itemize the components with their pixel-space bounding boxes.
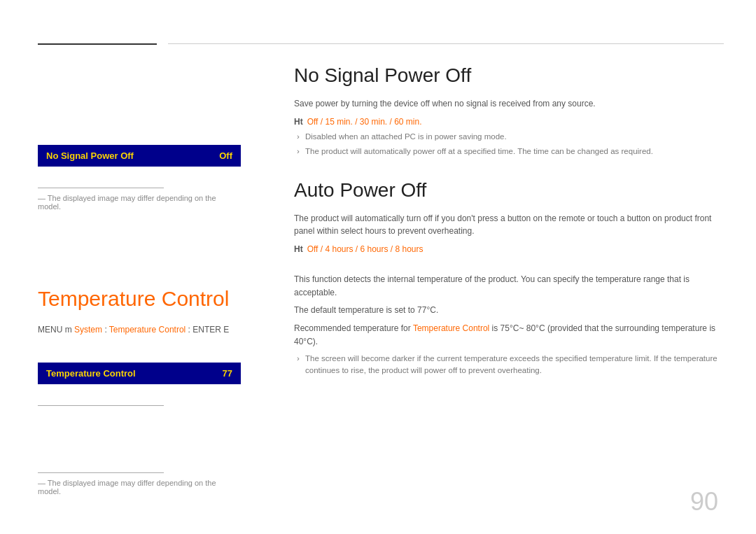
no-signal-desc: Save power by turning the device off whe…	[294, 97, 721, 110]
menu-path-sep1: :	[104, 325, 106, 335]
right-panel: No Signal Power Off Save power by turnin…	[294, 43, 721, 258]
menu-path-control: Temperature Control	[109, 325, 186, 335]
temp-right-section: This function detects the internal tempe…	[294, 273, 728, 379]
no-signal-value: Off	[219, 150, 232, 161]
no-signal-divider	[38, 188, 164, 188]
footnote-bottom-divider	[38, 472, 164, 473]
temp-value: 77	[223, 368, 232, 379]
footnote-bottom-text: ― The displayed image may differ dependi…	[38, 479, 241, 496]
no-signal-label: No Signal Power Off	[46, 150, 134, 161]
auto-power-section: Auto Power Off The product will automati…	[294, 179, 721, 254]
auto-power-desc: The product will automatically turn off …	[294, 212, 721, 237]
menu-path-suffix: : ENTER E	[188, 325, 230, 335]
no-signal-ht-label: Ht	[294, 117, 303, 127]
auto-power-ht-label: Ht	[294, 244, 303, 254]
left-panel-no-signal: No Signal Power Off Off ― The displayed …	[38, 43, 241, 211]
temp-section-left: Temperature Control MENU m System : Temp…	[38, 287, 241, 406]
temp-desc-1: This function detects the internal tempe…	[294, 273, 728, 300]
auto-power-ht-options: Off / 4 hours / 6 hours / 8 hours	[307, 244, 424, 254]
footnote-bottom: ― The displayed image may differ dependi…	[38, 472, 241, 496]
temp-divider	[38, 405, 164, 406]
menu-path-system: System	[74, 325, 102, 335]
auto-power-title: Auto Power Off	[294, 179, 721, 202]
temp-desc-2: The default temperature is set to 77°C.	[294, 304, 728, 317]
no-signal-bullet-1: Disabled when an attached PC is in power…	[294, 131, 721, 143]
no-signal-bullet-2: The product will automatically power off…	[294, 146, 721, 157]
no-signal-ht-line: Ht Off / 15 min. / 30 min. / 60 min.	[294, 117, 721, 127]
temp-desc-3-highlight: Temperature Control	[413, 323, 489, 333]
page-number: 90	[690, 487, 718, 517]
temp-title-left: Temperature Control	[38, 287, 241, 311]
temp-menu-item: Temperature Control 77	[38, 363, 241, 384]
auto-power-ht-line: Ht Off / 4 hours / 6 hours / 8 hours	[294, 244, 721, 254]
no-signal-ht-options: Off / 15 min. / 30 min. / 60 min.	[307, 117, 422, 127]
temp-bullet: The screen will become darker if the cur…	[294, 353, 728, 377]
menu-path: MENU m System : Temperature Control : EN…	[38, 325, 241, 335]
menu-path-prefix: MENU m	[38, 325, 72, 335]
no-signal-footnote: ― The displayed image may differ dependi…	[38, 194, 241, 211]
temp-label: Temperature Control	[46, 368, 136, 379]
temp-desc-3: Recommended temperature for Temperature …	[294, 322, 728, 349]
temp-desc-3-prefix: Recommended temperature for	[294, 323, 413, 333]
no-signal-menu-item: No Signal Power Off Off	[38, 145, 241, 167]
no-signal-title: No Signal Power Off	[294, 64, 721, 87]
